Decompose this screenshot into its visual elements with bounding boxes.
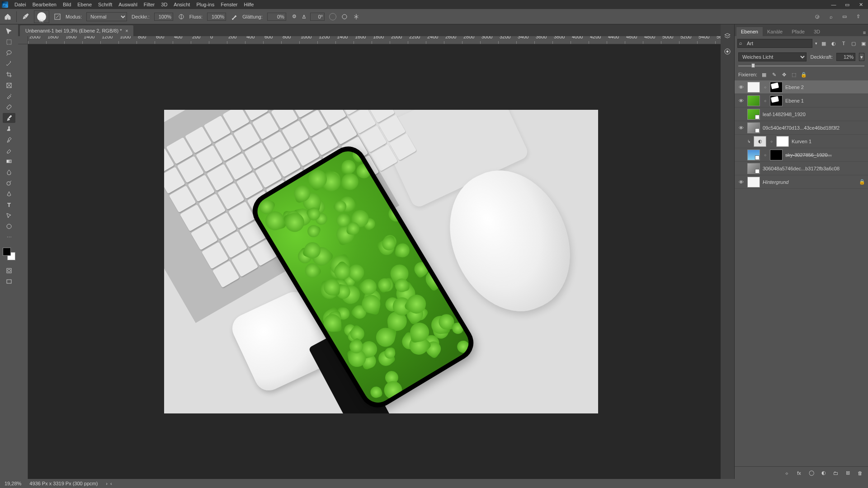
artboard-tool[interactable] <box>3 37 15 47</box>
delete-layer-icon[interactable]: 🗑 <box>857 469 863 476</box>
tab-ebenen[interactable]: Ebenen <box>736 27 763 36</box>
layer-name[interactable]: Kurven 1 <box>792 139 865 144</box>
home-icon[interactable] <box>4 13 12 21</box>
smoothing-gear-icon[interactable]: ⚙ <box>291 13 298 20</box>
layer-row[interactable]: 👁Hintergrund🔒 <box>735 175 868 189</box>
pressure-size-icon[interactable] <box>341 13 348 20</box>
visibility-toggle[interactable]: 👁 <box>737 125 745 131</box>
search-icon[interactable]: ⌕ <box>827 13 835 20</box>
airbrush-icon[interactable] <box>231 13 238 20</box>
layer-mask-thumb[interactable] <box>770 150 783 160</box>
menu-schrift[interactable]: Schrift <box>98 2 112 7</box>
lock-position-icon[interactable]: ✥ <box>781 71 787 78</box>
layer-mask-thumb[interactable] <box>770 82 783 93</box>
blend-mode-select[interactable]: Normal <box>86 12 127 21</box>
menu-ebene[interactable]: Ebene <box>77 2 92 7</box>
angle-dial[interactable] <box>329 13 336 20</box>
visibility-toggle[interactable]: 👁 <box>737 98 745 103</box>
shape-tool[interactable] <box>3 221 15 231</box>
lasso-tool[interactable] <box>3 48 15 58</box>
collapsed-layers-icon[interactable] <box>723 32 732 41</box>
layer-mask-thumb[interactable] <box>776 136 789 147</box>
opacity-slider[interactable] <box>738 63 864 69</box>
blur-tool[interactable] <box>3 167 15 177</box>
crop-tool[interactable] <box>3 70 15 80</box>
opacity-input[interactable] <box>154 13 173 21</box>
current-tool-icon[interactable] <box>21 13 29 21</box>
horizontal-ruler[interactable] <box>28 36 734 44</box>
brush-panel-toggle[interactable] <box>54 13 61 20</box>
path-select-tool[interactable] <box>3 211 15 221</box>
more-tools[interactable]: ⋯ <box>3 232 15 242</box>
quickmask-toggle[interactable] <box>3 266 15 276</box>
visibility-toggle[interactable]: 👁 <box>737 179 745 185</box>
menu-datei[interactable]: Datei <box>14 2 26 7</box>
magic-wand-tool[interactable] <box>3 59 15 69</box>
lock-icon[interactable]: 🔒 <box>859 179 865 185</box>
layer-row[interactable]: ↳◐⟐Kurven 1 <box>735 135 868 148</box>
filter-pixel-icon[interactable]: ▦ <box>820 40 827 47</box>
layer-row[interactable]: leaf-1482948_1920 <box>735 108 868 121</box>
visibility-toggle[interactable]: 👁 <box>737 84 745 90</box>
canvas-viewport[interactable] <box>28 44 734 479</box>
menu-auswahl[interactable]: Auswahl <box>118 2 137 7</box>
layer-name[interactable]: Ebene 1 <box>785 98 865 103</box>
status-arrow-left[interactable]: ‹ <box>110 481 112 486</box>
menu-hilfe[interactable]: Hilfe <box>244 2 254 7</box>
menu-3d[interactable]: 3D <box>161 2 167 7</box>
angle-input[interactable] <box>310 13 325 21</box>
foreground-color[interactable] <box>3 248 11 256</box>
menu-bearbeiten[interactable]: Bearbeiten <box>33 2 57 7</box>
layer-row[interactable]: 👁⟐Ebene 2 <box>735 80 868 94</box>
status-arrow-right[interactable]: › <box>106 481 108 486</box>
menu-filter[interactable]: Filter <box>144 2 155 7</box>
layer-name[interactable]: 306048a5746dec...b3172fb3a6c08 <box>763 166 865 171</box>
move-tool[interactable] <box>3 26 15 36</box>
brush-tool[interactable] <box>3 113 15 123</box>
brush-preset-picker[interactable]: 82 <box>34 10 49 23</box>
opacity-dropdown-icon[interactable]: ▾ <box>859 53 864 61</box>
eraser-tool[interactable] <box>3 145 15 155</box>
lock-nest-icon[interactable]: ⬚ <box>791 71 797 78</box>
eyedropper-tool[interactable] <box>3 91 15 101</box>
layer-name[interactable]: 09c540e4f70d13...43ce46bd18f3f2 <box>763 125 865 131</box>
layer-row[interactable]: 👁09c540e4f70d13...43ce46bd18f3f2 <box>735 121 868 135</box>
frame-tool[interactable] <box>3 80 15 90</box>
layer-row[interactable]: ⟐sky-3027856_1920... <box>735 148 868 162</box>
fx-icon[interactable]: fx <box>796 469 802 476</box>
layer-row[interactable]: 👁⟐Ebene 1 <box>735 94 868 108</box>
collapsed-channels-icon[interactable] <box>723 47 732 56</box>
dodge-tool[interactable] <box>3 178 15 188</box>
adjustment-layer-icon[interactable]: ◐ <box>820 469 827 476</box>
filter-shape-icon[interactable]: ▢ <box>850 40 857 47</box>
history-brush-tool[interactable] <box>3 135 15 145</box>
gradient-tool[interactable] <box>3 156 15 166</box>
close-button[interactable]: ✕ <box>858 2 863 7</box>
close-tab-icon[interactable]: × <box>125 28 128 33</box>
layer-opacity-input[interactable] <box>836 53 855 61</box>
symmetry-icon[interactable] <box>353 13 360 20</box>
pen-tool[interactable] <box>3 189 15 199</box>
share-icon[interactable]: ⇧ <box>854 13 862 20</box>
maximize-button[interactable]: ▭ <box>844 2 850 7</box>
tab-pfade[interactable]: Pfade <box>787 27 809 36</box>
group-icon[interactable]: 🗀 <box>832 469 839 476</box>
menu-plugins[interactable]: Plug-ins <box>196 2 214 7</box>
lock-paint-icon[interactable]: ✎ <box>771 71 777 78</box>
layer-blend-select[interactable]: Weiches Licht <box>738 52 807 61</box>
menu-ansicht[interactable]: Ansicht <box>174 2 190 7</box>
layer-mask-thumb[interactable] <box>770 95 783 106</box>
screenmode-toggle[interactable] <box>3 277 15 286</box>
layer-row[interactable]: 306048a5746dec...b3172fb3a6c08 <box>735 162 868 175</box>
lock-all-icon[interactable]: 🔒 <box>801 71 807 78</box>
document-tab[interactable]: Unbenannt-1 bei 19,3% (Ebene 2, RGB/8) *… <box>20 25 133 36</box>
opacity-pressure-icon[interactable] <box>178 13 185 20</box>
ruler-origin[interactable] <box>18 36 28 44</box>
type-tool[interactable]: T <box>3 200 15 210</box>
heal-tool[interactable] <box>3 102 15 112</box>
color-swatches[interactable] <box>3 248 15 260</box>
panel-menu-icon[interactable]: ≡ <box>861 29 868 36</box>
filter-adjust-icon[interactable]: ◐ <box>830 40 837 47</box>
menu-fenster[interactable]: Fenster <box>221 2 237 7</box>
layer-name[interactable]: Ebene 2 <box>785 84 865 90</box>
